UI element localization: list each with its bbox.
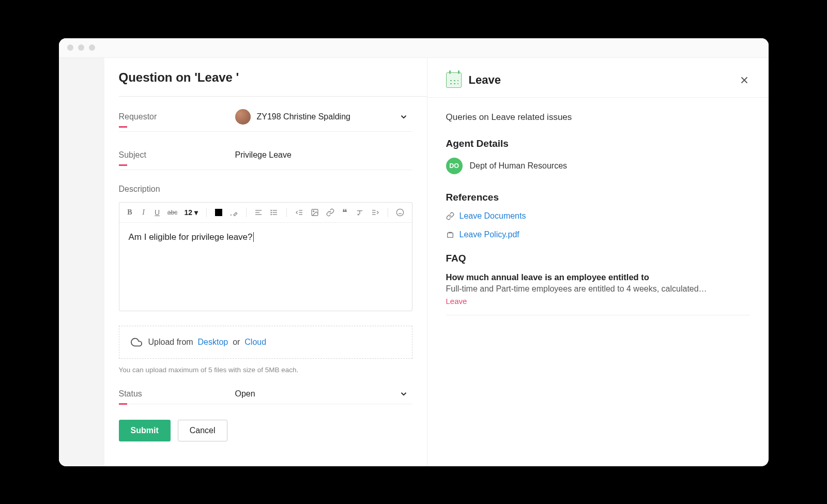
file-icon (446, 231, 454, 239)
requestor-field[interactable]: Requestor ZY198 Christine Spalding (119, 108, 412, 132)
upload-note: You can upload maximum of 5 files with s… (119, 366, 412, 374)
image-icon[interactable] (311, 208, 319, 217)
status-label: Status (119, 389, 235, 399)
chevron-down-icon[interactable] (399, 389, 408, 399)
link-icon (446, 212, 454, 220)
submit-button[interactable]: Submit (119, 420, 171, 441)
traffic-light-close[interactable] (67, 44, 73, 51)
cancel-button[interactable]: Cancel (178, 420, 227, 441)
faq-item[interactable]: How much annual leave is an employee ent… (446, 272, 750, 306)
page-title: Question on 'Leave ' (119, 70, 427, 85)
subject-field[interactable]: Subject Privilege Leave (119, 146, 412, 170)
reference-label: Leave Documents (460, 211, 526, 221)
faq-tag: Leave (446, 297, 750, 306)
cloud-icon (131, 337, 142, 348)
text-color-icon[interactable] (215, 208, 222, 217)
outdent-icon[interactable] (295, 208, 303, 217)
svg-point-17 (397, 209, 404, 216)
traffic-light-zoom[interactable] (89, 44, 95, 51)
requestor-label: Requestor (119, 112, 235, 121)
subject-value: Privilege Leave (235, 150, 292, 160)
requestor-avatar (235, 109, 251, 125)
upload-cloud-link[interactable]: Cloud (244, 338, 266, 347)
agent-row: DO Dept of Human Resources (446, 158, 750, 174)
status-value: Open (235, 389, 255, 399)
close-icon[interactable] (739, 74, 750, 86)
quote-icon[interactable]: ❝ (342, 208, 348, 217)
titlebar (59, 38, 769, 58)
bold-icon[interactable]: B (127, 208, 133, 217)
details-panel: Leave Queries on Leave related issues Ag… (427, 58, 769, 466)
highlight-icon[interactable] (229, 208, 238, 217)
faq-question: How much annual leave is an employee ent… (446, 272, 750, 282)
panel-title: Leave (469, 73, 501, 87)
underline-icon[interactable]: U (154, 208, 161, 217)
description-textarea[interactable]: Am I eligible for privilege leave? (119, 223, 412, 311)
divider (446, 315, 750, 315)
reference-link-policy[interactable]: Leave Policy.pdf (446, 230, 750, 239)
emoji-icon[interactable] (396, 208, 404, 217)
upload-label: Upload from (148, 338, 193, 347)
clear-format-icon[interactable] (356, 208, 364, 217)
upload-or: or (233, 338, 240, 347)
subject-label: Subject (119, 150, 235, 160)
sidebar-placeholder (59, 58, 104, 466)
chevron-down-icon[interactable] (399, 112, 408, 121)
list-icon[interactable] (270, 208, 278, 217)
app-window: Question on 'Leave ' Requestor ZY198 Chr… (59, 38, 769, 466)
agent-heading: Agent Details (446, 138, 750, 149)
agent-name: Dept of Human Resources (470, 161, 568, 171)
svg-point-8 (271, 214, 271, 215)
faq-answer: Full-time and Part-time employees are en… (446, 284, 750, 294)
editor-toolbar: B I U abc 12 ▾ (119, 203, 412, 223)
align-icon[interactable] (254, 208, 263, 217)
indent-icon[interactable] (371, 208, 379, 217)
description-label: Description (119, 185, 412, 194)
reference-label: Leave Policy.pdf (460, 230, 519, 239)
upload-desktop-link[interactable]: Desktop (198, 338, 228, 347)
upload-dropzone[interactable]: Upload from Desktop or Cloud (119, 326, 412, 359)
status-field[interactable]: Status Open (119, 389, 412, 404)
faq-heading: FAQ (446, 253, 750, 264)
svg-point-13 (313, 210, 314, 211)
svg-point-7 (271, 212, 271, 212)
form-panel: Question on 'Leave ' Requestor ZY198 Chr… (104, 58, 427, 466)
italic-icon[interactable]: I (140, 208, 147, 217)
reference-link-documents[interactable]: Leave Documents (446, 211, 750, 221)
panel-description: Queries on Leave related issues (446, 112, 750, 123)
svg-point-6 (271, 210, 271, 210)
svg-rect-22 (447, 233, 453, 237)
agent-avatar: DO (446, 158, 463, 174)
calendar-icon (446, 72, 462, 88)
rich-text-editor: B I U abc 12 ▾ (119, 202, 412, 311)
strikethrough-icon[interactable]: abc (168, 208, 177, 217)
requestor-value: ZY198 Christine Spalding (257, 112, 350, 121)
font-size-select[interactable]: 12 ▾ (185, 208, 198, 217)
references-heading: References (446, 192, 750, 203)
link-icon[interactable] (326, 208, 334, 217)
traffic-light-minimize[interactable] (78, 44, 84, 51)
